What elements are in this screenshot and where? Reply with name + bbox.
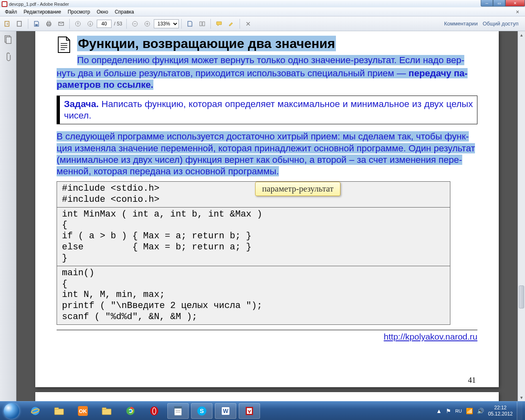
svg-rect-1 [17, 21, 21, 26]
svg-text:OK: OK [79, 408, 87, 414]
svg-rect-26 [102, 408, 106, 409]
menu-file[interactable]: Файл [2, 8, 21, 16]
taskbar-notepad-icon[interactable] [167, 403, 189, 419]
taskbar-explorer-icon[interactable] [48, 403, 70, 419]
tray-language-indicator[interactable]: RU [455, 409, 462, 413]
taskbar-chrome-icon[interactable] [120, 403, 141, 419]
minimize-button[interactable]: ─ [481, 0, 493, 7]
toolbar-separator [181, 19, 182, 29]
tray-arrow-icon[interactable]: ▲ [436, 408, 442, 414]
create-pdf-button[interactable] [14, 18, 25, 29]
pdf-page-next [35, 392, 499, 401]
read-mode-button[interactable] [242, 18, 254, 29]
zoom-select[interactable]: 133% [154, 19, 179, 28]
taskbar-ok-icon[interactable]: OK [72, 403, 94, 419]
toolbar-separator [28, 19, 28, 29]
view-mode-button[interactable] [196, 18, 208, 29]
source-url-link[interactable]: http://kpolyakov.narod.ru [384, 332, 477, 341]
tray-volume-icon[interactable]: 🔊 [477, 408, 484, 414]
vertical-scrollbar[interactable]: ▲ ▼ [518, 31, 525, 401]
export-pdf-button[interactable] [2, 18, 13, 29]
taskbar-opera-icon[interactable] [144, 403, 165, 419]
close-button[interactable]: ✕ [505, 0, 525, 7]
svg-rect-33 [174, 406, 182, 409]
toolbar-separator [240, 19, 240, 29]
menu-help[interactable]: Справка [112, 8, 137, 16]
tray-clock[interactable]: 22:12 05.12.2012 [488, 405, 513, 417]
share-link[interactable]: Общий доступ [483, 21, 518, 27]
paragraph-1-cont: нуть два и больше результатов, приходитс… [57, 68, 477, 91]
highlight-button[interactable] [226, 18, 237, 29]
pdf-page: Функции, возвращающие два значения По оп… [35, 31, 499, 387]
document-viewer: Функции, возвращающие два значения По оп… [16, 31, 525, 401]
window-title: devcpp_1.pdf - Adobe Reader [9, 2, 69, 7]
taskbar-apps: OK S W [25, 403, 260, 419]
menu-window[interactable]: Окно [94, 8, 112, 16]
pdf-file-icon [2, 1, 7, 7]
zoom-in-button[interactable] [142, 18, 153, 29]
attachments-icon[interactable] [4, 52, 13, 62]
page-up-button[interactable] [72, 18, 84, 29]
page-total-label: / 53 [114, 21, 122, 27]
system-tray: ▲ ⚑ RU 📶 🔊 22:12 05.12.2012 [436, 402, 525, 420]
svg-rect-2 [35, 24, 38, 26]
menu-view[interactable]: Просмотр [64, 8, 94, 16]
menu-bar: Файл Редактирование Просмотр Окно Справк… [0, 7, 525, 16]
paragraph-1: По определению функция может вернуть тол… [77, 55, 477, 66]
zoom-out-button[interactable] [129, 18, 141, 29]
scrollbar-thumb[interactable] [519, 285, 524, 308]
document-close-button[interactable]: × [513, 8, 523, 16]
main-area: Функции, возвращающие два значения По оп… [0, 31, 525, 401]
toolbar-separator [126, 19, 127, 29]
scroll-up-arrow[interactable]: ▲ [518, 31, 525, 39]
window-controls: ─ ▭ ✕ [481, 0, 525, 7]
document-icon [57, 36, 71, 53]
comment-button[interactable] [213, 18, 225, 29]
svg-rect-0 [5, 21, 9, 26]
window-titlebar: devcpp_1.pdf - Adobe Reader ─ ▭ ✕ [0, 0, 525, 7]
menu-edit[interactable]: Редактирование [21, 8, 64, 16]
toolbar-separator [69, 19, 70, 29]
svg-rect-12 [203, 22, 205, 26]
save-copy-button[interactable] [184, 18, 196, 29]
svg-rect-21 [55, 409, 64, 415]
email-button[interactable] [55, 18, 67, 29]
svg-rect-25 [102, 409, 111, 415]
save-button[interactable] [31, 18, 42, 29]
toolbar: / 53 133% Комментарии Общий доступ [0, 16, 525, 31]
svg-point-31 [153, 408, 156, 414]
side-panel [0, 31, 16, 401]
print-button[interactable] [43, 18, 55, 29]
paragraph-2: В следующей программе используется доста… [57, 131, 477, 177]
callout-label: параметр-результат [255, 182, 340, 196]
thumbnails-icon[interactable] [4, 34, 13, 45]
maximize-button[interactable]: ▭ [493, 0, 505, 7]
taskbar-skype-icon[interactable]: S [191, 403, 212, 419]
toolbar-separator [210, 19, 211, 29]
tray-flag-icon[interactable]: ⚑ [446, 408, 451, 414]
page-number-input[interactable] [97, 20, 112, 28]
section-heading: Функции, возвращающие два значения [77, 36, 336, 51]
start-button[interactable] [0, 402, 23, 420]
taskbar-word-icon[interactable]: W [215, 403, 236, 419]
svg-text:W: W [223, 408, 228, 414]
svg-rect-11 [200, 22, 202, 26]
scroll-down-arrow[interactable]: ▼ [518, 394, 525, 401]
page-number: 41 [468, 376, 476, 385]
comments-link[interactable]: Комментарии [444, 21, 478, 27]
show-desktop-button[interactable] [517, 402, 523, 420]
task-box: Задача. Написать функцию, которая опреде… [57, 96, 477, 124]
svg-rect-22 [55, 408, 59, 409]
taskbar-folder-icon[interactable] [96, 403, 117, 419]
svg-text:S: S [200, 407, 204, 414]
footer-rule [57, 330, 477, 330]
code-block: #include <stdio.h> #include <conio.h> in… [57, 181, 450, 325]
taskbar-reader-icon[interactable] [239, 403, 260, 419]
footer-link: http://kpolyakov.narod.ru [57, 332, 477, 342]
page-down-button[interactable] [84, 18, 96, 29]
tray-network-icon[interactable]: 📶 [466, 408, 473, 414]
taskbar-ie-icon[interactable] [25, 403, 46, 419]
windows-taskbar: OK S W ▲ ⚑ RU 📶 🔊 22:12 05.12.2012 [0, 401, 525, 420]
svg-rect-14 [6, 37, 11, 43]
